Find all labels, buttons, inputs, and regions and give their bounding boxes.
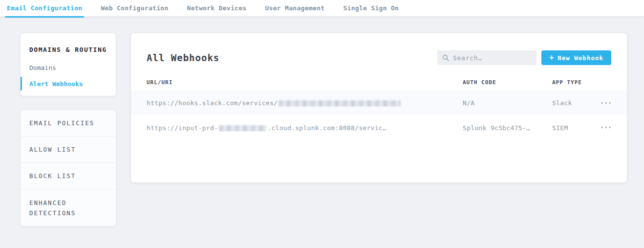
new-webhook-button-label: New Webhook [558,54,603,62]
sidebar-item-domains[interactable]: Domains [29,64,107,71]
sidebar-item-alert-webhooks[interactable]: Alert Webhooks [29,80,107,88]
search-box[interactable] [437,50,537,65]
webhook-url-cell: https://hooks.slack.com/services/ [147,99,463,107]
column-header-auth-code: AUTH CODE [463,79,552,86]
sidebar-item-allow-list[interactable]: ALLOW LIST [21,136,116,163]
sidebar-heading-domains-routing: DOMAINS & ROUTING [29,46,107,53]
webhooks-panel: All Webhooks + New Webhook URL/URI AUTH … [131,33,627,182]
top-navigation: Email Configuration Web Configuration Ne… [0,0,644,17]
table-row[interactable]: https://hooks.slack.com/services/ N/A Sl… [131,91,627,115]
row-actions-ellipsis-icon[interactable]: ••• [601,125,612,130]
search-icon [442,54,449,61]
webhook-url-prefix: https://input-prd- [147,124,218,132]
sidebar-item-enhanced-detections[interactable]: ENHANCED DETECTIONS [21,189,116,226]
webhook-app-type-cell: Slack [552,99,590,107]
column-header-app-type: APP TYPE [552,79,590,86]
tab-network-devices[interactable]: Network Devices [185,0,249,16]
webhook-url-suffix: .cloud.splunk.com:8088/servic… [267,124,386,132]
new-webhook-button[interactable]: + New Webhook [541,50,611,65]
redacted-url-segment [219,125,266,132]
tab-email-configuration[interactable]: Email Configuration [5,0,84,16]
active-item-accent-bar [21,77,22,90]
sidebar-item-block-list[interactable]: BLOCK LIST [21,163,116,189]
sidebar-item-email-policies[interactable]: EMAIL POLICIES [21,110,116,136]
sidebar-domains-routing-card: DOMAINS & ROUTING Domains Alert Webhooks [21,33,116,96]
tab-user-management[interactable]: User Management [263,0,326,16]
webhook-url-cell: https://input-prd-.cloud.splunk.com:8088… [147,124,463,132]
table-row[interactable]: https://input-prd-.cloud.splunk.com:8088… [131,115,627,140]
tab-single-sign-on[interactable]: Single Sign On [341,0,401,16]
tab-web-configuration[interactable]: Web Configuration [99,0,170,16]
webhook-auth-code-cell: Splunk 9c5bc475-… [463,124,552,132]
webhook-url-prefix: https://hooks.slack.com/services/ [147,99,278,107]
column-header-url-uri: URL/URI [147,79,463,86]
webhooks-panel-header: All Webhooks + New Webhook [131,33,627,66]
webhook-app-type-cell: SIEM [552,124,590,132]
sidebar-item-alert-webhooks-label: Alert Webhooks [29,80,83,88]
sidebar-sections-card: EMAIL POLICIES ALLOW LIST BLOCK LIST ENH… [21,110,116,226]
page-title: All Webhooks [147,52,219,63]
search-input[interactable] [453,54,532,62]
plus-icon: + [549,54,554,62]
webhook-auth-code-cell: N/A [463,99,552,107]
redacted-url-segment [279,100,401,107]
table-header-row: URL/URI AUTH CODE APP TYPE [131,73,627,91]
webhooks-table: URL/URI AUTH CODE APP TYPE https://hooks… [131,73,627,140]
row-actions-ellipsis-icon[interactable]: ••• [601,101,612,106]
